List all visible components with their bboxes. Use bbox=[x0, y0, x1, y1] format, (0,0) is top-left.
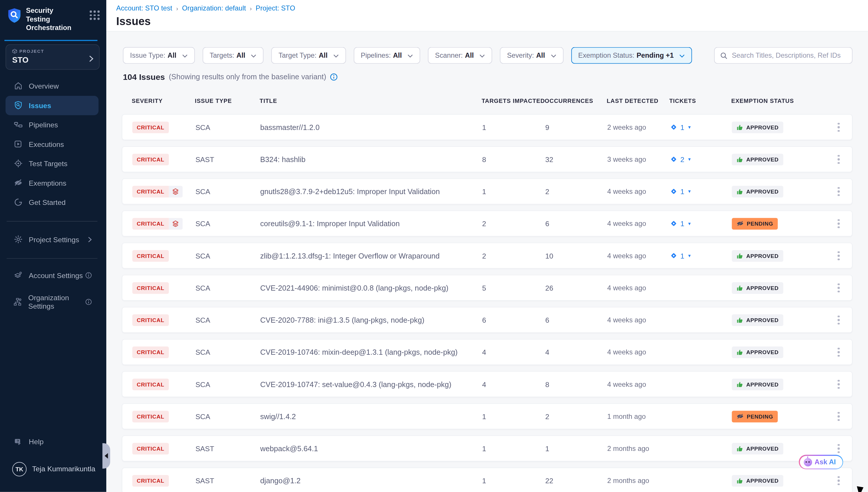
filter-scanner[interactable]: Scanner:All bbox=[428, 47, 492, 64]
chevron-down-icon bbox=[551, 52, 556, 59]
ticket-dropdown[interactable]: 1 ▾ bbox=[670, 187, 691, 196]
issue-row[interactable]: CRITICAL SCA gnutls28@3.7.9-2+deb12u5: I… bbox=[122, 178, 852, 204]
target-icon bbox=[14, 159, 23, 168]
issue-row[interactable]: CRITICAL SCA CVE-2019-10746: mixin-deep@… bbox=[122, 339, 852, 365]
project-label: PROJECT bbox=[12, 49, 94, 54]
sidebar-item-help[interactable]: ? Help bbox=[5, 432, 99, 451]
column-header-title: TITLE bbox=[260, 97, 277, 104]
table-header: SEVERITY ISSUE TYPE TITLE TARGETS IMPACT… bbox=[122, 96, 852, 107]
issue-title[interactable]: webpack@5.64.1 bbox=[260, 444, 318, 453]
results-summary: 104 Issues (Showing results only from th… bbox=[123, 72, 868, 81]
row-menu-kebab-icon[interactable] bbox=[835, 281, 842, 295]
issue-title[interactable]: gnutls28@3.7.9-2+deb12u5: Improper Input… bbox=[260, 187, 440, 196]
exemption-status-label: APPROVED bbox=[746, 445, 779, 451]
row-menu-kebab-icon[interactable] bbox=[835, 152, 842, 166]
issue-title[interactable]: CVE-2019-10747: set-value@0.4.3 (lang-pk… bbox=[260, 380, 451, 389]
issue-title[interactable]: bassmaster//1.2.0 bbox=[260, 123, 319, 131]
filter-bar: Issue Type:All Targets:All Target Type:A… bbox=[123, 47, 852, 64]
issue-row[interactable]: CRITICAL SCA CVE-2019-10747: set-value@0… bbox=[122, 371, 852, 397]
sidebar-item-executions[interactable]: Executions bbox=[5, 135, 99, 154]
issue-title[interactable]: CVE-2019-10746: mixin-deep@1.3.1 (lang-p… bbox=[260, 348, 457, 356]
targets-impacted: 6 bbox=[482, 316, 486, 324]
sidebar-item-test-targets[interactable]: Test Targets bbox=[5, 154, 99, 173]
breadcrumb-account-link[interactable]: Account: STO test bbox=[116, 4, 172, 12]
issue-title[interactable]: swig//1.4.2 bbox=[260, 412, 296, 421]
exemption-status-badge: APPROVED bbox=[732, 378, 783, 390]
row-menu-kebab-icon[interactable] bbox=[835, 410, 842, 423]
issue-row[interactable]: CRITICAL SCA coreutils@9.1-1: Improper I… bbox=[122, 211, 852, 237]
severity-label: CRITICAL bbox=[132, 314, 169, 326]
row-menu-kebab-icon[interactable] bbox=[835, 184, 842, 198]
issue-title[interactable]: CVE-2020-7788: ini@1.3.5 (lang-pkgs, nod… bbox=[260, 316, 424, 324]
targets-impacted: 8 bbox=[482, 155, 486, 164]
issue-row[interactable]: CRITICAL SAST django@1.2 1 22 2 months a… bbox=[122, 468, 852, 492]
last-detected: 2 months ago bbox=[607, 476, 649, 485]
row-menu-kebab-icon[interactable] bbox=[835, 377, 842, 391]
column-header-tickets: TICKETS bbox=[669, 97, 696, 104]
exemption-status-label: APPROVED bbox=[746, 317, 779, 323]
issue-row[interactable]: CRITICAL SCA swig//1.4.2 1 2 1 month ago… bbox=[122, 403, 852, 429]
occurrences: 2 bbox=[545, 187, 549, 196]
module-grid-icon[interactable] bbox=[90, 10, 100, 20]
exemption-status-badge: APPROVED bbox=[732, 475, 783, 487]
issue-row[interactable]: CRITICAL SAST webpack@5.64.1 1 1 2 month… bbox=[122, 436, 852, 461]
sidebar-item-exemptions[interactable]: Exemptions bbox=[5, 173, 99, 193]
ask-ai-button[interactable]: Ask AI bbox=[799, 455, 843, 469]
issue-row[interactable]: CRITICAL SAST B324: hashlib 8 32 3 weeks… bbox=[122, 146, 852, 172]
sidebar-item-project-settings[interactable]: Project Settings bbox=[5, 230, 99, 249]
severity-badge: CRITICAL bbox=[132, 218, 183, 229]
severity-badge: CRITICAL bbox=[132, 378, 169, 390]
exemption-status-badge: PENDING bbox=[732, 218, 778, 229]
sidebar-item-issues[interactable]: Issues bbox=[5, 96, 99, 116]
issue-title[interactable]: B324: hashlib bbox=[260, 155, 305, 164]
breadcrumb-project-link[interactable]: Project: STO bbox=[256, 4, 295, 12]
sidebar-item-overview[interactable]: Overview bbox=[5, 76, 99, 96]
issue-title[interactable]: zlib@1:1.2.13.dfsg-1: Integer Overflow o… bbox=[260, 251, 440, 260]
sidebar-item-organization-settings[interactable]: Organization Settings bbox=[5, 292, 99, 312]
user-menu[interactable]: TK Teja Kummarikuntla bbox=[5, 459, 99, 479]
filter-target-type[interactable]: Target Type:All bbox=[271, 47, 346, 64]
row-menu-kebab-icon[interactable] bbox=[835, 249, 842, 263]
filter-targets[interactable]: Targets:All bbox=[203, 47, 264, 64]
filter-severity[interactable]: Severity:All bbox=[500, 47, 563, 64]
ticket-dropdown[interactable]: 2 ▾ bbox=[670, 155, 691, 164]
sidebar-item-pipelines[interactable]: Pipelines bbox=[5, 115, 99, 135]
ticket-dropdown[interactable]: 1 ▾ bbox=[670, 123, 691, 131]
row-menu-kebab-icon[interactable] bbox=[835, 442, 842, 455]
filter-issue-type[interactable]: Issue Type:All bbox=[123, 47, 194, 64]
issue-row[interactable]: CRITICAL SCA CVE-2020-7788: ini@1.3.5 (l… bbox=[122, 307, 852, 333]
targets-impacted: 4 bbox=[482, 380, 486, 389]
breadcrumb-org-link[interactable]: Organization: default bbox=[182, 4, 246, 12]
sidebar-collapse-handle[interactable] bbox=[103, 443, 110, 468]
row-menu-kebab-icon[interactable] bbox=[835, 120, 842, 134]
chevron-down-icon bbox=[479, 52, 485, 59]
severity-label: CRITICAL bbox=[132, 153, 169, 165]
issue-row[interactable]: CRITICAL SCA bassmaster//1.2.0 1 9 2 wee… bbox=[122, 114, 852, 140]
sidebar-item-get-started[interactable]: Get Started bbox=[5, 193, 99, 212]
issue-title[interactable]: django@1.2 bbox=[260, 476, 300, 485]
exemption-status-label: APPROVED bbox=[746, 156, 779, 162]
row-menu-kebab-icon[interactable] bbox=[835, 217, 842, 230]
ticket-count: 1 bbox=[680, 251, 684, 260]
project-selector[interactable]: PROJECT STO bbox=[5, 44, 100, 70]
issue-title[interactable]: coreutils@9.1-1: Improper Input Validati… bbox=[260, 220, 400, 228]
row-menu-kebab-icon[interactable] bbox=[835, 345, 842, 359]
filter-exemption-status[interactable]: Exemption Status:Pending +1 bbox=[571, 47, 692, 64]
ticket-caret-icon: ▾ bbox=[688, 124, 691, 130]
sidebar-item-account-settings[interactable]: Account Settings bbox=[5, 266, 99, 285]
sidebar: Security Testing Orchestration PROJECT S… bbox=[0, 0, 106, 492]
issue-row[interactable]: CRITICAL SCA CVE-2021-44906: minimist@0.… bbox=[122, 275, 852, 301]
svg-text:?: ? bbox=[16, 439, 19, 443]
ticket-dropdown[interactable]: 1 ▾ bbox=[670, 220, 691, 228]
occurrences: 2 bbox=[545, 412, 549, 421]
targets-impacted: 2 bbox=[482, 251, 486, 260]
issue-title[interactable]: CVE-2021-44906: minimist@0.0.8 (lang-pkg… bbox=[260, 284, 448, 292]
filter-pipelines[interactable]: Pipelines:All bbox=[353, 47, 420, 64]
ticket-dropdown[interactable]: 1 ▾ bbox=[670, 251, 691, 260]
search-input[interactable] bbox=[732, 52, 846, 59]
gear-icon bbox=[14, 235, 23, 244]
row-menu-kebab-icon[interactable] bbox=[835, 474, 842, 487]
row-menu-kebab-icon[interactable] bbox=[835, 313, 842, 327]
info-icon[interactable] bbox=[330, 73, 338, 81]
issue-row[interactable]: CRITICAL SCA zlib@1:1.2.13.dfsg-1: Integ… bbox=[122, 243, 852, 268]
